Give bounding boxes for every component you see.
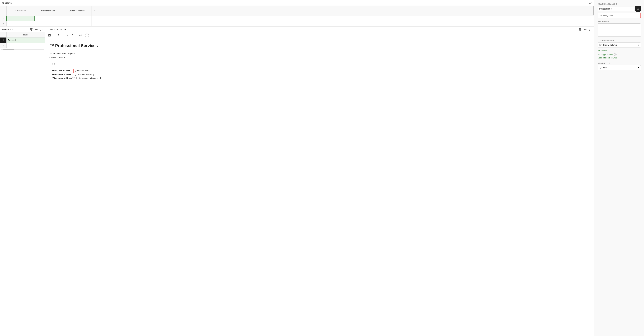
column-id-input-wrapper bbox=[598, 13, 641, 18]
templates-row-num-header bbox=[0, 32, 6, 38]
set-formula-link[interactable]: Set formula bbox=[598, 49, 641, 51]
column-behavior-section: COLUMN BEHAVIOR Empty Column ▾ Set formu… bbox=[598, 40, 641, 60]
description-textarea[interactable] bbox=[598, 24, 641, 37]
cell-customer-address-1[interactable] bbox=[62, 16, 92, 21]
description-section: DESCRIPTION bbox=[598, 21, 641, 37]
column-behavior-section-title: COLUMN BEHAVIOR bbox=[598, 40, 641, 41]
templates-row-num-2: 2 bbox=[0, 43, 6, 48]
vertical-scrollbar bbox=[592, 6, 594, 16]
projects-more-btn[interactable]: ••• bbox=[584, 2, 587, 5]
behavior-dropdown-value: Empty Column bbox=[603, 44, 617, 46]
row-number-1: 1 bbox=[0, 16, 6, 21]
right-sidebar: COLUMN LABEL AND ID DESCRIPTION COLUMN B… bbox=[594, 0, 644, 336]
table-row: 2 bbox=[0, 21, 594, 26]
templates-filter-btn[interactable] bbox=[29, 28, 33, 31]
toolbar-bold-btn[interactable]: B bbox=[57, 34, 60, 37]
templates-custom-filter-btn[interactable] bbox=[578, 28, 582, 31]
column-label-section-title: COLUMN LABEL AND ID bbox=[598, 3, 641, 5]
toolbar-link-btn[interactable] bbox=[79, 34, 83, 37]
col-header-customer-address[interactable]: Customer Address bbox=[62, 6, 92, 16]
editor-line2: Clean Cut Lawns LLC bbox=[50, 56, 590, 59]
table-row3-value: {Customer_Address} bbox=[78, 77, 99, 79]
svg-point-0 bbox=[579, 2, 580, 2]
table-sep-row: | --- | --- | bbox=[50, 65, 590, 69]
templates-panel-title: TEMPLATES bbox=[2, 29, 13, 31]
description-section-title: DESCRIPTION bbox=[598, 21, 641, 22]
column-label-input-row bbox=[598, 6, 641, 12]
table-row2: | **Customer Name** | {Customer_Name} | bbox=[50, 73, 590, 76]
templates-col-header-name[interactable]: Name bbox=[6, 32, 45, 38]
cell-project-name-1[interactable] bbox=[6, 16, 34, 21]
cell-customer-address-2[interactable] bbox=[62, 21, 92, 26]
templates-expand-btn[interactable] bbox=[40, 28, 43, 31]
table-row: 1 bbox=[0, 16, 594, 21]
row-number-2: 2 bbox=[0, 21, 6, 26]
svg-point-4 bbox=[32, 30, 32, 30]
templates-cell-name-2[interactable] bbox=[6, 43, 45, 48]
cell-customer-name-2[interactable] bbox=[34, 21, 62, 26]
svg-point-6 bbox=[579, 29, 579, 29]
templates-table: Name 1 Proposal 2 bbox=[0, 32, 45, 48]
table-row1-label: **Project Name** bbox=[52, 70, 70, 72]
svg-rect-12 bbox=[600, 44, 602, 46]
column-behavior-dropdown[interactable]: Empty Column ▾ bbox=[598, 43, 641, 48]
templates-custom-more-btn[interactable]: ••• bbox=[584, 28, 587, 31]
row-num-header bbox=[0, 6, 6, 16]
toolbar-heading-btn[interactable]: H bbox=[66, 34, 69, 37]
type-dropdown-value: Any bbox=[603, 67, 606, 69]
table-row1: | **Project Name** | {Project_Name} bbox=[50, 69, 590, 73]
editor-line1: Statement of Work Proposal bbox=[50, 52, 590, 55]
column-type-dropdown[interactable]: Any ▾ bbox=[598, 65, 641, 70]
cell-plus-1[interactable] bbox=[92, 16, 98, 21]
templates-h-scrollbar bbox=[1, 49, 44, 50]
editor-table: | | | | --- | --- | | **Project Name** |… bbox=[50, 62, 590, 80]
templates-row-2[interactable]: 2 bbox=[0, 43, 45, 48]
templates-custom-expand-btn[interactable] bbox=[588, 28, 592, 31]
table-row3-label: **Customer Address** bbox=[52, 77, 75, 79]
toolbar-save-btn[interactable] bbox=[48, 33, 52, 38]
svg-point-3 bbox=[30, 29, 30, 29]
templates-cell-name-1[interactable]: Proposal bbox=[6, 38, 45, 43]
col-header-project-name[interactable]: Project Name bbox=[6, 6, 34, 16]
col-header-empty bbox=[98, 6, 592, 16]
svg-point-7 bbox=[581, 30, 581, 30]
projects-panel-title: PROJECTS bbox=[2, 2, 12, 4]
editor-content[interactable]: ## Professional Services Statement of Wo… bbox=[45, 39, 594, 336]
svg-point-8 bbox=[580, 30, 580, 31]
toolbar-help-btn[interactable]: ? bbox=[85, 34, 89, 37]
col-header-customer-name[interactable]: Customer Name bbox=[34, 6, 62, 16]
table-header-row: | | | bbox=[50, 62, 590, 65]
table-row1-value: {Project_Name} bbox=[74, 69, 92, 73]
type-dropdown-chevron: ▾ bbox=[638, 67, 639, 69]
set-trigger-formula-link[interactable]: Set trigger formula bbox=[598, 54, 613, 56]
cell-rest-2 bbox=[98, 21, 592, 26]
templates-header-actions: ••• bbox=[29, 28, 43, 31]
cell-plus-2[interactable] bbox=[92, 21, 98, 26]
svg-marker-15 bbox=[600, 67, 602, 69]
templates-row-1[interactable]: 1 Proposal bbox=[0, 38, 45, 43]
svg-point-5 bbox=[31, 30, 31, 31]
trigger-formula-help-icon[interactable]: ? bbox=[614, 53, 616, 56]
svg-point-1 bbox=[581, 3, 581, 3]
templates-custom-actions: ••• bbox=[578, 28, 592, 31]
col-header-add[interactable]: + bbox=[92, 6, 98, 16]
column-label-section: COLUMN LABEL AND ID bbox=[598, 3, 641, 18]
table-row3: | **Customer Address** | {Customer_Addre… bbox=[50, 76, 590, 80]
cell-customer-name-1[interactable] bbox=[34, 16, 62, 21]
editor-heading: ## Professional Services bbox=[50, 43, 590, 49]
toolbar-italic-btn[interactable]: I bbox=[62, 34, 64, 37]
projects-expand-btn[interactable] bbox=[589, 2, 592, 5]
make-data-column-link[interactable]: Make into data column bbox=[598, 57, 641, 59]
svg-rect-10 bbox=[49, 34, 50, 35]
cell-project-name-2[interactable] bbox=[6, 21, 34, 26]
column-type-section-title: COLUMN TYPE bbox=[598, 62, 641, 64]
behavior-dropdown-chevron: ▾ bbox=[638, 44, 639, 46]
column-link-btn[interactable] bbox=[635, 6, 641, 12]
table-row2-value: {Customer_Name} bbox=[75, 74, 92, 76]
templates-more-btn[interactable]: ••• bbox=[34, 28, 38, 31]
toolbar-quote-btn[interactable]: " bbox=[71, 33, 74, 38]
cell-rest-1 bbox=[98, 16, 592, 21]
column-id-input[interactable] bbox=[598, 13, 641, 18]
column-label-input[interactable] bbox=[598, 6, 634, 11]
projects-filter-btn[interactable] bbox=[578, 2, 582, 5]
